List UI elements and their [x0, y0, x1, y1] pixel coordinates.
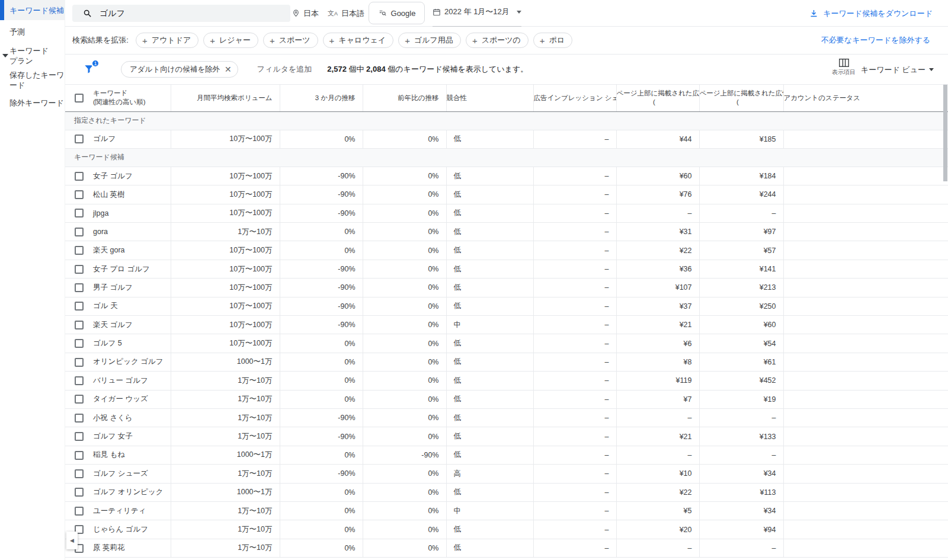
cell-competition: 高 [446, 465, 533, 483]
table-row[interactable]: じゃらん ゴルフ1万〜10万0%0%低–¥20¥94 [65, 520, 948, 539]
table-row[interactable]: 稲見 もね1000〜1万0%-90%低––– [65, 446, 948, 464]
row-checkbox[interactable] [75, 451, 84, 460]
table-row[interactable]: 女子 ゴルフ10万〜100万-90%0%低–¥60¥184 [65, 167, 948, 185]
cell-top-bid-high: ¥213 [699, 279, 783, 297]
table-row[interactable]: 原 英莉花1万〜10万0%0%低––– [65, 539, 948, 557]
vertical-scrollbar[interactable] [943, 85, 947, 181]
table-row[interactable]: 男子 ゴルフ10万〜100万-90%0%低–¥107¥213 [65, 279, 948, 297]
location-selector[interactable]: 日本 [292, 0, 319, 27]
expand-chip-0[interactable]: +アウトドア [136, 33, 198, 48]
table-row[interactable]: ゴル 天10万〜100万-90%0%低–¥37¥250 [65, 297, 948, 315]
collapse-panel-button[interactable]: ◀ [66, 532, 78, 549]
cell-keyword: ゴル 天 [86, 297, 171, 315]
expand-chip-1[interactable]: +レジャー [203, 33, 258, 48]
column-header-impression-share[interactable]: 広告インプレッション シェア [533, 85, 616, 111]
row-checkbox[interactable] [75, 228, 84, 236]
row-checkbox[interactable] [75, 395, 84, 404]
expand-chip-6[interactable]: +ポロ [533, 33, 572, 48]
cell-trend-yoy: 0% [363, 390, 446, 408]
cell-impression-share: – [533, 483, 616, 501]
cell-trend-3m: 0% [280, 483, 363, 501]
row-checkbox[interactable] [75, 135, 84, 143]
table-row[interactable]: 楽天 ゴルフ10万〜100万-90%0%中–¥21¥60 [65, 316, 948, 334]
row-checkbox-cell [65, 334, 86, 353]
column-header-trend-3m[interactable]: 3 か月の推移 [280, 85, 363, 111]
filter-count-badge: 1 [91, 59, 100, 68]
row-checkbox[interactable] [75, 358, 84, 367]
table-row[interactable]: ゴルフ シューズ1万〜10万-90%0%高–¥10¥34 [65, 465, 948, 483]
select-all-checkbox[interactable] [75, 94, 84, 103]
table-row[interactable]: ゴルフ オリンピック1000〜1万0%0%低–¥22¥113 [65, 483, 948, 501]
keyword-search-input[interactable]: ゴルフ [72, 5, 290, 22]
row-checkbox[interactable] [75, 507, 84, 516]
table-row[interactable]: jlpga10万〜100万-90%0%低––– [65, 204, 948, 222]
table-row[interactable]: ゴルフ10万〜100万0%0%低–¥44¥185 [65, 130, 948, 148]
table-row[interactable]: ゴルフ 510万〜100万0%0%低–¥6¥54 [65, 334, 948, 353]
remove-filter-icon[interactable]: ✕ [225, 65, 232, 74]
row-checkbox[interactable] [75, 321, 84, 329]
download-keywords-button[interactable]: キーワード候補をダウンロード [809, 0, 933, 27]
table-row[interactable]: タイガー ウッズ1万〜10万0%0%低–¥7¥19 [65, 390, 948, 408]
expand-chip-2[interactable]: +スポーツ [263, 33, 318, 48]
table-row[interactable]: オリンピック ゴルフ1000〜1万0%0%低–¥8¥61 [65, 353, 948, 371]
cell-account-status [783, 167, 948, 185]
sidebar-item-3[interactable]: 保存したキーワード [0, 69, 65, 91]
column-header-trend-yoy[interactable]: 前年比の推移 [363, 85, 446, 111]
row-checkbox-cell [65, 353, 86, 371]
date-range-selector[interactable]: 2022 年 1月〜12月 [433, 0, 521, 27]
exclude-unneeded-keywords-link[interactable]: 不必要なキーワードを除外する [821, 35, 930, 46]
add-filter-button[interactable]: フィルタを追加 [257, 64, 312, 75]
row-checkbox[interactable] [75, 209, 84, 217]
row-checkbox[interactable] [75, 414, 84, 423]
table-row[interactable]: バリュー ゴルフ1万〜10万0%0%低–¥119¥452 [65, 372, 948, 390]
expand-chip-label: スポーツ [279, 35, 310, 46]
expand-chip-4[interactable]: +ゴルフ用品 [398, 33, 461, 48]
expand-results-label: 検索結果を拡張: [72, 35, 129, 46]
row-checkbox[interactable] [75, 339, 84, 348]
collapse-caret-icon[interactable] [2, 54, 8, 57]
column-header-keyword[interactable]: キーワード(関連性の高い順) [86, 85, 171, 111]
table-row[interactable]: ゴルフ 女子1万〜10万-90%0%低–¥21¥133 [65, 427, 948, 446]
cell-volume: 1万〜10万 [171, 390, 280, 408]
network-selector[interactable]: Google [369, 2, 425, 24]
columns-button[interactable]: 表示項目 [828, 59, 859, 76]
column-header-top-bid-high[interactable]: ページ上部に掲載された広告の( [699, 85, 783, 111]
sidebar-item-0[interactable]: キーワード候補 [0, 0, 65, 20]
table-row[interactable]: 女子 プロ ゴルフ10万〜100万-90%0%低–¥36¥141 [65, 260, 948, 278]
row-checkbox[interactable] [75, 488, 84, 497]
table-row[interactable]: gora1万〜10万0%0%低–¥31¥97 [65, 223, 948, 241]
cell-top-bid-high: ¥34 [699, 501, 783, 520]
table-row[interactable]: 松山 英樹10万〜100万-90%0%低–¥76¥244 [65, 185, 948, 204]
row-checkbox[interactable] [75, 376, 84, 385]
keyword-view-selector[interactable]: キーワード ビュー [861, 55, 934, 85]
column-header-volume[interactable]: 月間平均検索ボリューム [171, 85, 280, 111]
column-header-account-status[interactable]: アカウントのステータス [783, 85, 948, 111]
row-checkbox[interactable] [75, 172, 84, 181]
row-checkbox[interactable] [75, 302, 84, 311]
table-row[interactable]: 楽天 gora10万〜100万0%0%低–¥22¥57 [65, 241, 948, 260]
cell-volume: 1万〜10万 [171, 539, 280, 557]
row-checkbox[interactable] [75, 283, 84, 292]
column-header-top-bid-low[interactable]: ページ上部に掲載された広告の( [616, 85, 699, 111]
cell-top-bid-low: – [616, 204, 699, 222]
row-checkbox[interactable] [75, 432, 84, 441]
row-checkbox[interactable] [75, 469, 84, 478]
sidebar-item-4[interactable]: 除外キーワード [0, 91, 65, 114]
language-selector[interactable]: 文A 日本語 [328, 0, 364, 27]
date-range-label: 2022 年 1月〜12月 [444, 7, 510, 17]
expand-chip-3[interactable]: +キャロウェイ [323, 33, 394, 48]
filter-funnel-button[interactable]: 1 [83, 63, 96, 76]
column-header-competition[interactable]: 競合性 [446, 85, 533, 111]
table-row[interactable]: ユーティリティ1万〜10万0%0%中–¥5¥34 [65, 501, 948, 520]
sidebar-item-label: 保存したキーワード [9, 70, 65, 90]
expand-chip-5[interactable]: +スポーツの [466, 33, 529, 48]
cell-volume: 1000〜1万 [171, 446, 280, 464]
table-row[interactable]: 小祝 さくら1万〜10万-90%0%低––– [65, 408, 948, 427]
sidebar-item-1[interactable]: 予測 [0, 20, 65, 43]
row-checkbox[interactable] [75, 265, 84, 274]
sidebar-item-2[interactable]: キーワードプラン [0, 43, 65, 69]
cell-trend-3m: 0% [280, 223, 363, 241]
row-checkbox[interactable] [75, 246, 84, 255]
active-filter-chip[interactable]: アダルト向けの候補を除外 ✕ [121, 61, 238, 78]
row-checkbox[interactable] [75, 190, 84, 199]
